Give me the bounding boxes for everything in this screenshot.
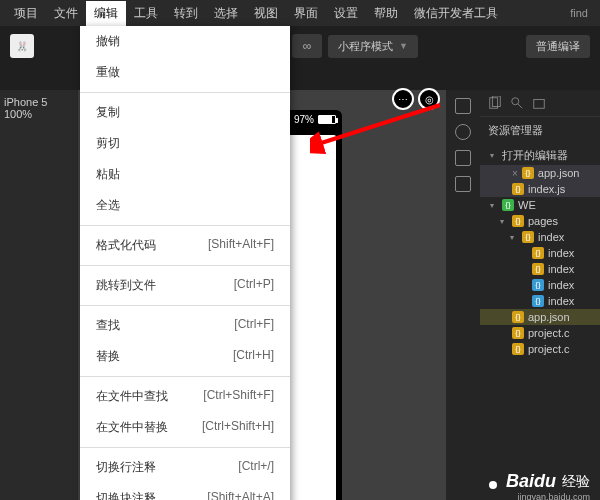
tree-row[interactable]: ▾{}index <box>480 229 600 245</box>
tree-row[interactable]: {}index <box>480 293 600 309</box>
file-icon: {} <box>512 327 524 339</box>
tree-row[interactable]: ▾{}pages <box>480 213 600 229</box>
file-icon: {} <box>512 215 524 227</box>
sidebar: 资源管理器 ▾打开的编辑器×{}app.json{}index.js▾{}WE▾… <box>480 90 600 500</box>
watermark-text: 经验 <box>562 473 590 491</box>
file-icon: {} <box>522 231 534 243</box>
menu-item[interactable]: 替换[Ctrl+H] <box>80 341 290 372</box>
annotation-arrow <box>310 100 450 160</box>
menu-item[interactable]: 跳转到文件[Ctrl+P] <box>80 270 290 301</box>
file-icon: {} <box>512 311 524 323</box>
menu-item-9[interactable]: 帮助 <box>366 1 406 26</box>
file-icon: {} <box>522 167 534 179</box>
menu-item[interactable]: 切换行注释[Ctrl+/] <box>80 452 290 483</box>
menu-item-6[interactable]: 视图 <box>246 1 286 26</box>
menu-item-10[interactable]: 微信开发者工具 <box>406 1 506 26</box>
file-icon: {} <box>512 183 524 195</box>
menu-item[interactable]: 粘贴 <box>80 159 290 190</box>
menubar: 项目文件编辑工具转到选择视图界面设置帮助微信开发者工具find <box>0 0 600 26</box>
box-icon[interactable] <box>532 96 546 110</box>
paw-icon <box>486 475 500 489</box>
menu-item-3[interactable]: 工具 <box>126 1 166 26</box>
menu-item[interactable]: 全选 <box>80 190 290 221</box>
tree-row[interactable]: ▾{}WE <box>480 197 600 213</box>
menu-item[interactable]: 复制 <box>80 97 290 128</box>
files-icon[interactable] <box>488 96 502 110</box>
mode-label: 小程序模式 <box>338 39 393 54</box>
editor-icon-bar <box>446 90 480 500</box>
tree-row[interactable]: {}project.c <box>480 325 600 341</box>
svg-point-2 <box>512 98 519 105</box>
menu-item[interactable]: 格式化代码[Shift+Alt+F] <box>80 230 290 261</box>
edit-dropdown: 撤销重做复制剪切粘贴全选格式化代码[Shift+Alt+F]跳转到文件[Ctrl… <box>80 26 290 500</box>
record-icon[interactable] <box>455 124 471 140</box>
svg-line-5 <box>315 105 440 145</box>
watermark: Baidu 经验 <box>486 471 590 492</box>
editor-icon[interactable] <box>455 98 471 114</box>
menu-item-7[interactable]: 界面 <box>286 1 326 26</box>
menu-item-4[interactable]: 转到 <box>166 1 206 26</box>
compile-select[interactable]: 普通编译 <box>526 35 590 58</box>
tree-row[interactable]: ×{}app.json <box>480 165 600 181</box>
tree-row[interactable]: {}index.js <box>480 181 600 197</box>
menu-item[interactable]: 撤销 <box>80 26 290 57</box>
editor-icon[interactable] <box>455 176 471 192</box>
menu-item[interactable]: 剪切 <box>80 128 290 159</box>
svg-line-3 <box>518 104 522 108</box>
file-icon: {} <box>532 263 544 275</box>
file-tree: ▾打开的编辑器×{}app.json{}index.js▾{}WE▾{}page… <box>480 144 600 359</box>
file-icon: {} <box>532 295 544 307</box>
tree-row[interactable]: {}index <box>480 261 600 277</box>
tree-row[interactable]: {}app.json <box>480 309 600 325</box>
file-icon: {} <box>502 199 514 211</box>
close-icon[interactable]: × <box>512 168 518 179</box>
svg-rect-4 <box>534 100 545 109</box>
menu-item[interactable]: 在文件中查找[Ctrl+Shift+F] <box>80 381 290 412</box>
tree-row[interactable]: {}index <box>480 277 600 293</box>
file-icon: {} <box>532 279 544 291</box>
mode-select[interactable]: 小程序模式 ▼ <box>328 35 418 58</box>
device-label[interactable]: iPhone 5 100% <box>4 96 74 120</box>
panel-title: 资源管理器 <box>480 117 600 144</box>
menu-item[interactable]: 在文件中替换[Ctrl+Shift+H] <box>80 412 290 443</box>
editor-icon[interactable] <box>455 150 471 166</box>
menu-item-2[interactable]: 编辑 <box>86 1 126 26</box>
tree-row[interactable]: ▾打开的编辑器 <box>480 146 600 165</box>
menu-item-0[interactable]: 项目 <box>6 1 46 26</box>
menu-item-1[interactable]: 文件 <box>46 1 86 26</box>
menu-item[interactable]: 切换块注释[Shift+Alt+A] <box>80 483 290 500</box>
tree-row[interactable]: {}index <box>480 245 600 261</box>
app-icon: 🐰 <box>10 34 34 58</box>
device-strip: iPhone 5 100% <box>0 90 78 500</box>
menu-item[interactable]: 查找[Ctrl+F] <box>80 310 290 341</box>
file-icon: {} <box>532 247 544 259</box>
menu-item[interactable]: 重做 <box>80 57 290 88</box>
search-hint[interactable]: find <box>570 7 594 19</box>
link-icon[interactable]: ∞ <box>292 34 322 58</box>
menu-item-5[interactable]: 选择 <box>206 1 246 26</box>
watermark-logo: Baidu <box>506 471 556 492</box>
file-icon: {} <box>512 343 524 355</box>
chevron-down-icon: ▼ <box>399 41 408 51</box>
tree-row[interactable]: {}project.c <box>480 341 600 357</box>
watermark-url: jingyan.baidu.com <box>517 492 590 500</box>
menu-item-8[interactable]: 设置 <box>326 1 366 26</box>
search-icon[interactable] <box>510 96 524 110</box>
